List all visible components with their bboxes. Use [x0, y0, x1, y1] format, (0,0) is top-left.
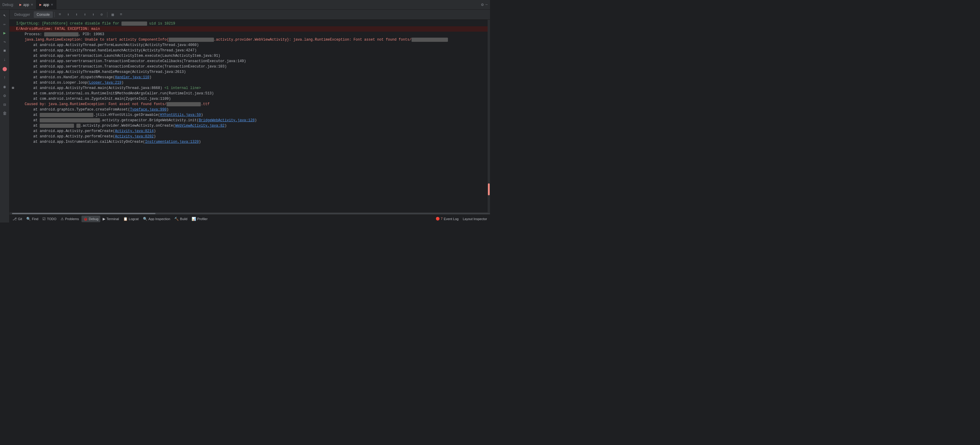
sidebar-cursor-icon[interactable]: ↖ — [1, 11, 9, 19]
status-debug[interactable]: 🐞 Debug — [81, 215, 100, 222]
line-content-8: at android.app.servertransaction.Transac… — [16, 59, 485, 64]
expand-16 — [12, 102, 16, 107]
expand-6 — [12, 48, 16, 53]
tab-app-1[interactable]: ▶ app ✕ — [16, 0, 37, 9]
toolbar-up-btn[interactable]: ⬆ — [64, 11, 72, 19]
status-app-inspection[interactable]: 🔍 App Inspection — [141, 215, 172, 222]
toolbar-cancel-btn[interactable]: ⊘ — [98, 11, 106, 19]
status-event-log[interactable]: 🔴 7 Event Log — [434, 215, 460, 222]
tab-debugger[interactable]: Debugger — [11, 11, 33, 18]
scroll-thumb — [488, 183, 490, 195]
sidebar-breakpoint-icon[interactable]: ⬤ — [1, 64, 9, 73]
main-layout: ↖ ✏ ▶ ↷ ■ ↓ ⬤ ↑ ◉ ⚙ ⊟ 🗑 Debugger Console… — [0, 10, 490, 222]
sidebar-settings-icon[interactable]: ⚙ — [1, 91, 9, 100]
sidebar-stepout-icon[interactable]: ↑ — [1, 73, 9, 82]
console-line-8: at android.app.servertransaction.Transac… — [10, 59, 488, 64]
toolbar-menu-btn[interactable]: ≡ — [56, 11, 64, 19]
debug-icon: 🐞 — [83, 217, 88, 221]
sidebar-play-icon[interactable]: ▶ — [1, 29, 9, 37]
console-line-4: java.lang.RuntimeException: Unable to st… — [10, 37, 488, 42]
console-wrapper: I/QarthLog: [PatchStore] create disable … — [10, 20, 490, 212]
tab-app-2-close[interactable]: ✕ — [51, 3, 53, 6]
line-content-9: at android.app.servertransaction.Transac… — [16, 64, 485, 69]
status-profiler[interactable]: 📊 Profiler — [190, 215, 210, 222]
terminal-icon: ▶ — [103, 217, 105, 221]
expand-1 — [12, 21, 16, 26]
scroll-track — [12, 213, 490, 214]
console-output[interactable]: I/QarthLog: [PatchStore] create disable … — [10, 20, 488, 212]
debug-label: Debug: — [2, 3, 14, 7]
minimize-icon[interactable]: — — [485, 3, 488, 7]
status-debug-label: Debug — [89, 217, 99, 221]
expand-23 — [12, 139, 16, 145]
line-content-15: at com.android.internal.os.ZygoteInit.ma… — [16, 96, 485, 102]
toolbar-table-btn[interactable]: ▦ — [109, 11, 117, 19]
sidebar-trash-icon[interactable]: 🗑 — [1, 109, 9, 118]
toolbar-list-btn[interactable]: ≡ — [117, 11, 125, 19]
content-area: Debugger Console ≡ ⬆ ⬇ ⬇ ⬆ ⊘ ▦ ≡ I/Qarth… — [10, 10, 490, 222]
expand-10 — [12, 69, 16, 75]
status-git[interactable]: ⎇ Git — [11, 215, 24, 222]
tab-app-2[interactable]: ▶ app ✕ — [37, 0, 56, 9]
todo-icon: ☑ — [42, 217, 46, 221]
toolbar-up-btn-2[interactable]: ⬆ — [89, 11, 97, 19]
expand-5 — [12, 42, 16, 48]
status-profiler-label: Profiler — [197, 217, 208, 221]
line-content-23: at android.app.Instrumentation.callActiv… — [16, 139, 485, 145]
console-line-16: Caused by: java.lang.RuntimeException: F… — [10, 102, 488, 107]
status-todo[interactable]: ☑ TODO — [41, 215, 58, 222]
console-line-19: at ████████████████████████████.activity… — [10, 118, 488, 123]
settings-icon[interactable]: ⚙ — [481, 2, 484, 7]
sidebar-camera-icon[interactable]: ◉ — [1, 83, 9, 91]
toolbar-down-btn-1[interactable]: ⬇ — [73, 11, 81, 19]
line-content-10: at android.app.ActivityThread$H.handleMe… — [16, 69, 485, 75]
line-content-13: at android.app.ActivityThread.main(Activ… — [16, 85, 485, 91]
status-bar: ⎇ Git 🔍 Find ☑ TODO ⚠ Problems 🐞 Debug ▶ — [10, 215, 490, 222]
console-line-2: E/AndroidRuntime: FATAL EXCEPTION: main — [10, 26, 488, 32]
problems-icon: ⚠ — [60, 217, 64, 221]
expand-19 — [12, 118, 16, 123]
expand-17 — [12, 107, 16, 112]
title-bar: Debug: ▶ app ✕ ▶ app ✕ ⚙ — — [0, 0, 490, 10]
tab-console[interactable]: Console — [34, 11, 53, 18]
expand-3 — [12, 32, 16, 37]
status-logcat[interactable]: 📋 Logcat — [121, 215, 140, 222]
sidebar-stepinto-icon[interactable]: ↓ — [1, 56, 9, 64]
status-layout-inspector[interactable]: Layout Inspector — [461, 215, 489, 222]
status-problems[interactable]: ⚠ Problems — [59, 215, 81, 222]
toolbar-down-btn-2[interactable]: ⬇ — [81, 11, 89, 19]
expand-13[interactable]: ⊞ — [12, 85, 16, 91]
expand-14 — [12, 91, 16, 96]
status-event-log-label: Event Log — [444, 217, 459, 221]
sidebar-stepover-icon[interactable]: ↷ — [1, 38, 9, 46]
status-terminal[interactable]: ▶ Terminal — [101, 215, 121, 222]
sidebar-edit-icon[interactable]: ✏ — [1, 20, 9, 28]
expand-12 — [12, 80, 16, 85]
scroll-indicator[interactable] — [488, 20, 490, 212]
status-find[interactable]: 🔍 Find — [24, 215, 40, 222]
tab-app-1-label: app — [23, 3, 29, 7]
console-line-20: at ████████████████ ██.activity.provider… — [10, 123, 488, 128]
line-content-20: at ████████████████ ██.activity.provider… — [16, 123, 485, 128]
line-content-2: E/AndroidRuntime: FATAL EXCEPTION: main — [16, 26, 485, 32]
console-line-22: at android.app.Activity.performCreate(Ac… — [10, 134, 488, 139]
console-line-6: at android.app.ActivityThread.handleLaun… — [10, 48, 488, 53]
status-problems-label: Problems — [65, 217, 79, 221]
console-line-1: I/QarthLog: [PatchStore] create disable … — [10, 21, 488, 26]
status-build[interactable]: 🔨 Build — [172, 215, 189, 222]
console-line-21: at android.app.Activity.performCreate(Ac… — [10, 128, 488, 134]
find-icon: 🔍 — [26, 217, 31, 221]
tab-app-2-icon: ▶ — [40, 3, 42, 6]
status-find-label: Find — [32, 217, 38, 221]
sidebar-stop-icon[interactable]: ■ — [1, 46, 9, 55]
toolbar: Debugger Console ≡ ⬆ ⬇ ⬇ ⬆ ⊘ ▦ ≡ — [10, 10, 490, 20]
tab-console-label: Console — [37, 13, 50, 17]
sidebar-print-icon[interactable]: ⊟ — [1, 100, 9, 109]
horizontal-scrollbar[interactable] — [10, 212, 490, 215]
console-line-9: at android.app.servertransaction.Transac… — [10, 64, 488, 69]
line-content-6: at android.app.ActivityThread.handleLaun… — [16, 48, 485, 53]
console-line-23: at android.app.Instrumentation.callActiv… — [10, 139, 488, 145]
status-terminal-label: Terminal — [107, 217, 119, 221]
scroll-thumb-h — [12, 213, 156, 214]
tab-app-1-close[interactable]: ✕ — [31, 3, 33, 6]
